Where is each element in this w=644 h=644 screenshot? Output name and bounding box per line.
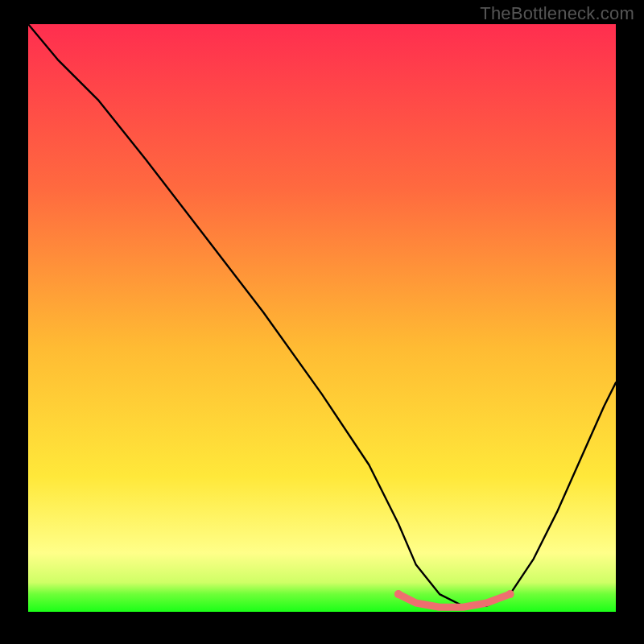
watermark-text: TheBottleneck.com xyxy=(480,3,634,24)
gradient-background xyxy=(28,24,616,612)
series-trough-highlight-endpoint xyxy=(506,590,514,598)
series-trough-highlight-endpoint xyxy=(394,590,402,598)
chart-frame: TheBottleneck.com xyxy=(0,0,644,644)
chart-svg xyxy=(28,24,616,612)
plot-area xyxy=(28,24,616,612)
